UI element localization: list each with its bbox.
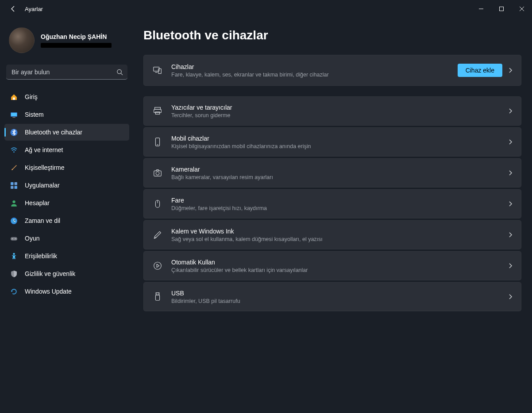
card-devices[interactable]: Cihazlar Fare, klavye, kalem, ses, ekran… [143, 55, 521, 86]
sidebar-item-label: Ağ ve internet [25, 146, 63, 153]
card-title: Kameralar [171, 166, 502, 173]
wifi-icon [10, 146, 18, 154]
add-device-button[interactable]: Cihaz ekle [458, 64, 502, 77]
sidebar-item-gaming[interactable]: Oyun [4, 230, 129, 247]
card-title: Cihazlar [171, 63, 452, 70]
sidebar-item-label: Windows Update [25, 288, 72, 295]
devices-icon [152, 65, 163, 76]
window-controls [471, 0, 532, 18]
sidebar-item-system[interactable]: Sistem [4, 106, 129, 123]
svg-rect-9 [11, 186, 13, 188]
svg-point-27 [154, 262, 162, 270]
printer-icon [152, 105, 163, 117]
apps-icon [10, 181, 18, 189]
sidebar-item-label: Gizlilik ve güvenlik [25, 270, 75, 277]
svg-point-11 [12, 200, 15, 203]
card-subtitle: Bildirimler, USB pil tasarrufu [171, 298, 502, 304]
svg-rect-4 [12, 117, 15, 117]
svg-point-17 [13, 253, 15, 255]
svg-point-25 [156, 172, 159, 175]
title-bar: Ayarlar [0, 0, 532, 18]
sidebar-item-label: Kişiselleştirme [25, 164, 64, 171]
card-subtitle: Sağ veya sol el kullanma, kalem düğmesi … [171, 236, 502, 242]
gamepad-icon [10, 234, 18, 242]
back-button[interactable] [5, 1, 21, 17]
chevron-right-icon [508, 108, 513, 114]
shield-icon [10, 270, 18, 278]
svg-rect-8 [14, 182, 17, 185]
sidebar-item-label: Giriş [25, 93, 38, 100]
card-title: Kalem ve Windows Ink [171, 228, 502, 235]
card-title: Fare [171, 197, 502, 204]
sidebar-item-time-language[interactable]: Zaman ve dil [4, 212, 129, 229]
maximize-icon [499, 7, 504, 11]
phone-icon [152, 136, 163, 148]
mouse-icon [152, 198, 163, 210]
pen-icon [152, 229, 163, 241]
card-printers[interactable]: Yazıcılar ve tarayıcılar Tercihler, soru… [143, 96, 521, 126]
svg-rect-22 [155, 112, 159, 115]
chevron-right-icon [508, 232, 513, 237]
arrow-left-icon [10, 5, 17, 12]
card-pen[interactable]: Kalem ve Windows Ink Sağ veya sol el kul… [143, 220, 521, 249]
sidebar-item-label: Erişilebilirlik [25, 252, 57, 260]
bluetooth-icon [10, 128, 18, 136]
sidebar-item-label: Hesaplar [25, 199, 50, 206]
card-title: USB [171, 290, 502, 297]
svg-rect-10 [14, 186, 17, 188]
chevron-right-icon [508, 68, 513, 73]
chevron-right-icon [508, 170, 513, 176]
chevron-right-icon [508, 139, 513, 145]
card-title: Yazıcılar ve tarayıcılar [171, 104, 502, 111]
search-input[interactable] [6, 65, 127, 80]
sidebar-item-home[interactable]: Giriş [4, 88, 129, 105]
profile[interactable]: Oğuzhan Necip ŞAHİN [4, 21, 129, 57]
window-close-button[interactable] [512, 0, 532, 18]
svg-point-15 [12, 238, 13, 239]
sidebar-item-apps[interactable]: Uygulamalar [4, 177, 129, 194]
window-maximize-button[interactable] [491, 0, 512, 18]
system-icon [10, 111, 18, 119]
sidebar-nav: Giriş Sistem Bluetooth ve cihazlar Ağ ve… [4, 88, 129, 301]
card-subtitle: Bağlı kameralar, varsayılan resim ayarla… [171, 174, 502, 180]
card-subtitle: Çıkarılabilir sürücüler ve bellek kartla… [171, 267, 502, 273]
search-icon [116, 69, 123, 76]
sidebar-item-accounts[interactable]: Hesaplar [4, 195, 129, 211]
svg-point-1 [117, 69, 121, 73]
sidebar-item-label: Zaman ve dil [25, 217, 60, 224]
sidebar-item-privacy[interactable]: Gizlilik ve güvenlik [4, 265, 129, 282]
card-cameras[interactable]: Kameralar Bağlı kameralar, varsayılan re… [143, 158, 521, 187]
autoplay-icon [152, 260, 163, 272]
page-title: Bluetooth ve cihazlar [143, 28, 521, 42]
card-mobile-devices[interactable]: Mobil cihazlar Kişisel bilgisayarınızdan… [143, 127, 521, 157]
card-autoplay[interactable]: Otomatik Kullan Çıkarılabilir sürücüler … [143, 251, 521, 280]
sidebar-item-label: Oyun [25, 235, 39, 242]
app-title: Ayarlar [25, 6, 43, 12]
card-title: Mobil cihazlar [171, 135, 502, 142]
svg-point-6 [13, 151, 15, 153]
card-mouse[interactable]: Fare Düğmeler, fare işaretçisi hızı, kay… [143, 189, 521, 218]
search-wrapper [6, 65, 127, 80]
svg-rect-28 [156, 293, 159, 295]
sidebar-item-network[interactable]: Ağ ve internet [4, 141, 129, 158]
sidebar-item-windows-update[interactable]: Windows Update [4, 283, 129, 300]
sidebar-item-accessibility[interactable]: Erişilebilirlik [4, 248, 129, 264]
brush-icon [10, 164, 18, 172]
sidebar-item-personalization[interactable]: Kişiselleştirme [4, 159, 129, 176]
profile-email-redacted [41, 43, 112, 48]
svg-rect-21 [154, 109, 162, 112]
camera-icon [152, 167, 163, 179]
chevron-right-icon [508, 263, 513, 268]
sidebar-item-bluetooth[interactable]: Bluetooth ve cihazlar [4, 124, 129, 141]
sidebar-item-label: Uygulamalar [25, 182, 60, 189]
card-subtitle: Tercihler, sorun giderme [171, 112, 502, 119]
svg-rect-3 [11, 113, 17, 116]
main-content: Bluetooth ve cihazlar Cihazlar Fare, kla… [133, 18, 532, 413]
profile-name: Oğuzhan Necip ŞAHİN [41, 33, 112, 40]
svg-rect-29 [155, 295, 159, 300]
card-usb[interactable]: USB Bildirimler, USB pil tasarrufu [143, 282, 521, 311]
svg-point-16 [15, 238, 15, 239]
svg-rect-20 [155, 107, 161, 110]
window-minimize-button[interactable] [471, 0, 491, 18]
person-icon [10, 199, 18, 207]
